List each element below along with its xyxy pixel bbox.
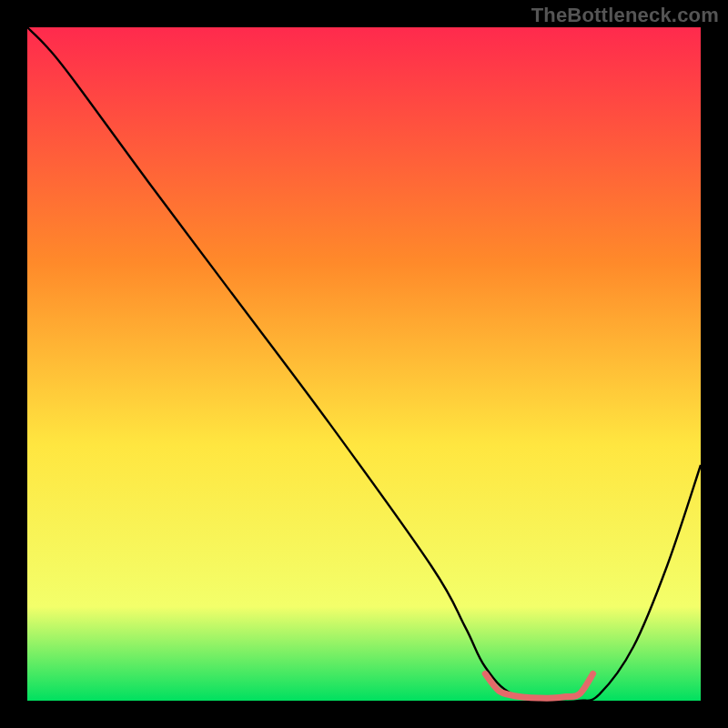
chart-container: TheBottleneck.com <box>0 0 728 728</box>
bottleneck-chart <box>0 0 728 728</box>
watermark-label: TheBottleneck.com <box>531 4 719 27</box>
plot-background <box>27 27 701 701</box>
